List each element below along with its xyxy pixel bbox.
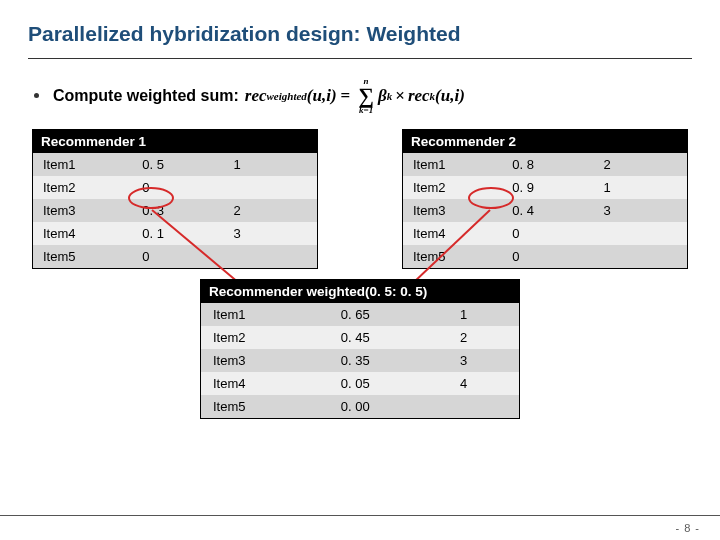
slide-title: Parallelized hybridization design: Weigh… [28,22,692,56]
recommender-1-table: Recommender 1 Item10. 51 Item20 Item30. … [32,129,318,269]
table-row: Item20. 452 [201,326,520,349]
divider-bottom [0,515,720,516]
table-row: Item50 [33,245,318,269]
rec1-header: Recommender 1 [33,129,318,153]
table-row: Item20. 91 [403,176,688,199]
table-row: Item40 [403,222,688,245]
table-row: Item10. 51 [33,153,318,176]
divider-top [28,58,692,59]
rec2-header: Recommender 2 [403,129,688,153]
table-row: Item40. 054 [201,372,520,395]
table-row: Item30. 32 [33,199,318,222]
table-row: Item10. 82 [403,153,688,176]
bullet-line: Compute weighted sum: recweighted(u,i) =… [34,77,692,115]
weighted-header: Recommender weighted(0. 5: 0. 5) [201,279,520,303]
weighted-table-wrap: Recommender weighted(0. 5: 0. 5) Item10.… [28,279,692,419]
table-row: Item50 [403,245,688,269]
page-number: - 8 - [675,522,700,534]
table-row: Item40. 13 [33,222,318,245]
formula: recweighted(u,i) = n ∑ k=1 βk × reck(u,i… [245,77,465,115]
recommender-weighted-table: Recommender weighted(0. 5: 0. 5) Item10.… [200,279,520,419]
bullet-text: Compute weighted sum: [53,87,239,105]
table-row: Item30. 353 [201,349,520,372]
table-row: Item30. 43 [403,199,688,222]
table-row: Item10. 651 [201,303,520,326]
table-row: Item20 [33,176,318,199]
bullet-icon [34,93,39,98]
recommender-2-table: Recommender 2 Item10. 82 Item20. 91 Item… [402,129,688,269]
top-tables-row: Recommender 1 Item10. 51 Item20 Item30. … [32,129,688,269]
table-row: Item50. 00 [201,395,520,419]
